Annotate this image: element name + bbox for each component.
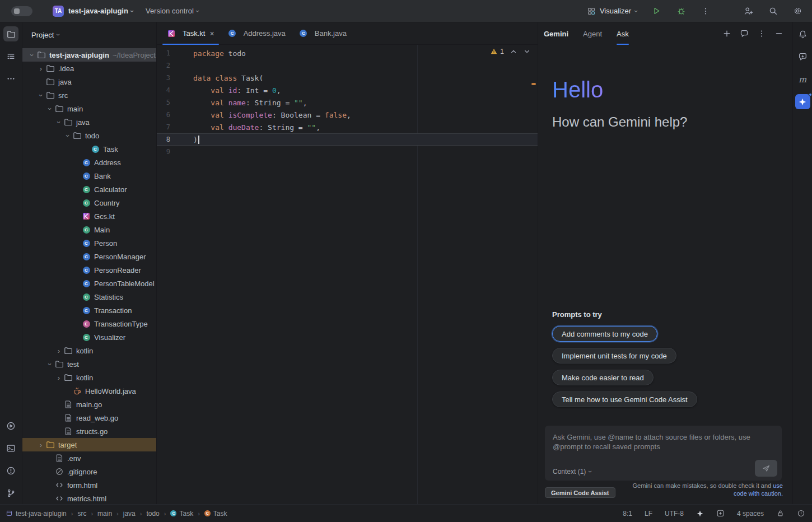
maven-icon[interactable]: m (795, 72, 810, 87)
warning-icon[interactable]: 1 (490, 48, 504, 55)
run-configuration-selector[interactable]: Visualizer › (587, 7, 637, 16)
prompt-chip-tell-me-how-to-use-gemini-code-assist[interactable]: Tell me how to use Gemini Code Assist (552, 392, 697, 407)
kebab-menu-icon[interactable] (757, 29, 766, 38)
breadcrumb-task-5[interactable]: CTask (170, 510, 193, 518)
gemini-code-assist-icon[interactable] (795, 94, 810, 109)
tree-item-gitignore[interactable]: .gitignore (22, 465, 156, 478)
more-icon[interactable] (3, 71, 18, 86)
tree-item-main[interactable]: ›main (22, 102, 156, 115)
tree-item-metrics-html[interactable]: metrics.html (22, 492, 156, 504)
code-line-9[interactable]: 9 (157, 146, 538, 158)
tree-item-kotlin[interactable]: ›kotlin (22, 344, 156, 357)
tree-item-idea[interactable]: ›.idea (22, 62, 156, 75)
tree-item-src[interactable]: ›src (22, 88, 156, 102)
chevron-collapsed-icon[interactable]: › (54, 347, 64, 355)
tree-item-target[interactable]: ›target (22, 438, 156, 451)
tree-item-country[interactable]: CCountry (22, 196, 156, 209)
breadcrumb-java[interactable]: java (123, 510, 136, 518)
gemini-tab-agent[interactable]: Agent (583, 22, 602, 45)
add-user-icon[interactable] (741, 4, 755, 18)
chevron-collapsed-icon[interactable]: › (54, 374, 64, 382)
code-line-8[interactable]: 8) (157, 133, 538, 146)
problems-icon[interactable] (3, 463, 18, 478)
search-icon[interactable] (766, 4, 780, 18)
hide-panel-icon[interactable] (774, 29, 783, 38)
tree-item-form-html[interactable]: form.html (22, 478, 156, 492)
tree-item-calculator[interactable]: CCalculator (22, 183, 156, 196)
chevron-collapsed-icon[interactable]: › (36, 64, 46, 73)
tree-item-personreader[interactable]: CPersonReader (22, 263, 156, 277)
context-selector[interactable]: Context (1) › (553, 468, 591, 476)
chevron-expanded-icon[interactable]: › (37, 90, 45, 100)
tree-item-java[interactable]: java (22, 75, 156, 88)
caret-position[interactable]: 8:1 (623, 510, 632, 518)
tree-item-personmanager[interactable]: CPersonManager (22, 250, 156, 263)
tree-item-person[interactable]: CPerson (22, 236, 156, 250)
gemini-tab-ask[interactable]: Ask (617, 22, 629, 45)
previous-problem-icon[interactable] (510, 48, 517, 55)
code-line-2[interactable]: 2 (157, 59, 538, 72)
project-panel-header[interactable]: Project › (22, 22, 156, 47)
tree-item-helloworld-java[interactable]: HelloWorld.java (22, 384, 156, 398)
tree-item-persontablemodel[interactable]: CPersonTableModel (22, 277, 156, 290)
window-controls[interactable] (11, 6, 32, 16)
breadcrumb-test-java-aiplugin[interactable]: test-java-aiplugin (6, 510, 67, 518)
tree-item-env[interactable]: .env (22, 451, 156, 465)
project-avatar[interactable]: TA (53, 6, 64, 17)
tree-item-transaction[interactable]: CTransaction (22, 304, 156, 317)
tree-item-main[interactable]: CMain (22, 223, 156, 236)
tree-item-transactiontype[interactable]: ETransactionType (22, 317, 156, 330)
chevron-collapsed-icon[interactable]: › (36, 441, 46, 449)
unlock-icon[interactable] (776, 509, 785, 518)
more-actions-icon[interactable] (699, 4, 712, 18)
editor-tab-address-java[interactable]: CAddress.java (221, 22, 292, 45)
next-problem-icon[interactable] (523, 48, 531, 55)
chevron-expanded-icon[interactable]: › (46, 359, 54, 369)
code-line-6[interactable]: 6 val isComplete: Boolean = false, (157, 109, 538, 121)
prompt-chip-implement-unit-tests-for-my-code[interactable]: Implement unit tests for my code (552, 348, 676, 363)
notifications-icon[interactable] (795, 27, 810, 42)
file-encoding[interactable]: UTF-8 (665, 510, 684, 518)
tree-item-todo[interactable]: ›todo (22, 129, 156, 142)
breadcrumb-task-6[interactable]: CTask (204, 510, 227, 518)
scrollbar-warning-mark[interactable] (531, 83, 536, 85)
new-chat-icon[interactable] (722, 29, 731, 38)
line-separator[interactable]: LF (645, 510, 652, 518)
breadcrumb-main[interactable]: main (97, 510, 112, 518)
editor-tab-task-kt[interactable]: Task.kt× (160, 22, 221, 45)
editor-tab-bank-java[interactable]: CBank.java (292, 22, 353, 45)
version-control-icon[interactable] (3, 486, 18, 501)
gemini-chat-icon[interactable] (795, 49, 810, 64)
tree-item-address[interactable]: CAddress (22, 156, 156, 169)
gemini-input[interactable]: Ask Gemini, use @name to attach source f… (545, 426, 782, 481)
tree-item-kotlin[interactable]: ›kotlin (22, 371, 156, 384)
error-notification-icon[interactable] (797, 509, 805, 518)
tree-item-test[interactable]: ›test (22, 357, 156, 371)
code-line-5[interactable]: 5 val name: String = "", (157, 96, 538, 109)
indent-setting[interactable]: 4 spaces (737, 510, 764, 518)
code-line-3[interactable]: 3data class Task( (157, 72, 538, 84)
gemini-spark-icon[interactable] (696, 510, 704, 518)
tree-item-visualizer[interactable]: CVisualizer (22, 330, 156, 344)
chat-history-icon[interactable] (740, 29, 749, 38)
tree-item-read-web-go[interactable]: read_web.go (22, 411, 156, 425)
tree-item-structs-go[interactable]: structs.go (22, 425, 156, 438)
settings-gear-icon[interactable] (791, 4, 804, 18)
tree-item-main-go[interactable]: main.go (22, 398, 156, 411)
code-line-1[interactable]: 1package todo (157, 47, 538, 59)
tree-item-bank[interactable]: CBank (22, 169, 156, 183)
project-icon[interactable] (3, 26, 18, 41)
send-button[interactable] (755, 460, 777, 477)
tree-item-gcs-kt[interactable]: Gcs.kt (22, 209, 156, 223)
tree-item-task[interactable]: CTask (22, 142, 156, 156)
chevron-expanded-icon[interactable]: › (64, 130, 72, 141)
tree-item-test-java-aiplugin[interactable]: ›test-java-aiplugin~/IdeaProjects (22, 48, 156, 62)
prompt-chip-add-comments-to-my-code[interactable]: Add comments to my code (552, 326, 657, 342)
breadcrumb-src[interactable]: src (77, 510, 86, 518)
editor-content[interactable]: 1package todo23data class Task(4 val id:… (157, 45, 538, 504)
structure-icon[interactable] (3, 49, 18, 64)
gemini-tab-gemini[interactable]: Gemini (544, 22, 568, 45)
chevron-expanded-icon[interactable]: › (55, 117, 63, 127)
tree-item-java[interactable]: ›java (22, 115, 156, 129)
code-line-4[interactable]: 4 val id: Int = 0, (157, 84, 538, 96)
